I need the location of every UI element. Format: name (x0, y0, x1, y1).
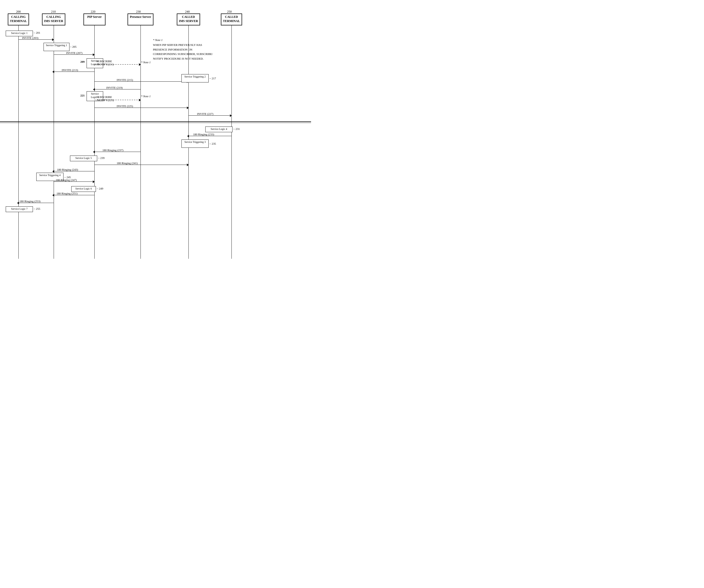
ref-235: ~ 235 (210, 142, 216, 145)
label-237: 180 Ringing (237) (102, 149, 123, 152)
ref-209: 209 (80, 60, 85, 63)
ref-210: 210 (51, 10, 56, 14)
sequence-diagram: 200 210 220 230 240 250 CALLINGTERMINAL … (0, 0, 311, 272)
ref-217: ~ 217 (210, 77, 216, 80)
entity-called-ims-server: CALLEDIMS SERVER (177, 13, 200, 25)
ref-250: 250 (227, 10, 232, 14)
label-247: 180 Ringing (247) (56, 178, 77, 181)
arrow-225 (94, 108, 188, 108)
label-225: INVITE (225) (117, 105, 133, 108)
ref-200: 200 (16, 10, 21, 14)
arrowhead-203 (52, 38, 54, 41)
service-logic-6-box: Service Logic 6 (71, 186, 96, 192)
arrowhead-213 (52, 70, 54, 73)
divider-line (0, 121, 311, 122)
ref-249: ~ 249 (97, 187, 103, 190)
entity-calling-terminal: CALLINGTERMINAL (8, 13, 29, 25)
arrowhead-211 (139, 63, 141, 66)
service-triggering-1-box: Service Triggering 1 (44, 43, 69, 51)
ref-230: 230 (136, 10, 141, 14)
service-logic-5-box: Service Logic 5 (70, 156, 97, 161)
arrow-207 (54, 54, 94, 55)
label-203: INVITE (203) (22, 36, 38, 40)
arrow-227 (188, 115, 231, 116)
arrowhead-237 (93, 151, 95, 153)
entity-calling-ims-server: CALLINGIMS SERVER (42, 13, 65, 25)
label-215: INVITE (215) (117, 78, 133, 81)
label-253: 180 Ringing (253) (19, 199, 41, 203)
label-243: 180 Ringing (243) (57, 168, 78, 171)
arrowhead-251 (52, 194, 54, 196)
entity-pip-server: PIP Server (83, 13, 106, 25)
ref-220: 220 (91, 10, 96, 14)
label-211: SUBSCRIBE/NOTIFY(211) (97, 60, 114, 66)
arrow-213 (54, 71, 94, 72)
ref-231: ~ 231 (233, 127, 240, 130)
arrowhead-247 (93, 180, 95, 183)
arrow-243 (54, 171, 94, 171)
label-223: SUBSCRIBE/NOTIFY(223) (97, 96, 114, 102)
lifeline-200 (18, 25, 19, 259)
label-241: 180 Ringing (241) (117, 162, 138, 165)
label-233: 180 Ringing (233) (193, 133, 214, 136)
arrowhead-225 (187, 107, 189, 109)
arrow-253 (18, 203, 54, 203)
label-213: INVITE (213) (62, 68, 78, 71)
label-207: INVITE (207) (66, 51, 82, 54)
arrow-247 (54, 181, 94, 182)
service-logic-7-box: Service Logic 7 (6, 207, 33, 212)
ref-205: ~ 205 (70, 45, 76, 48)
label-251: 180 Ringing (251) (57, 192, 77, 195)
service-logic-4-box: Service Logic 4 (205, 126, 233, 132)
arrowhead-233 (187, 135, 189, 137)
arrowhead-227 (230, 114, 232, 117)
note-text: WHEN PIP SERVER PREVIOUSLY HAS PRESENCE … (153, 43, 213, 61)
lifeline-250 (231, 25, 232, 259)
arrow-219 (94, 89, 140, 90)
arrow-233 (188, 136, 231, 136)
lifeline-210 (54, 25, 54, 259)
note1-ref-211: * Note 1 (141, 61, 151, 64)
arrow-237 (94, 152, 140, 152)
label-227: INVITE (227) (197, 112, 213, 115)
entity-presence-server: Presence Server (127, 13, 154, 25)
arrow-241 (94, 165, 188, 165)
ref-201: ~ 201 (34, 31, 40, 34)
service-triggering-3-box: Service Triggering 3 (181, 139, 209, 148)
arrow-215 (94, 81, 188, 82)
note1-ref-223: * Note 1 (141, 95, 151, 98)
arrowhead-223 (139, 99, 141, 101)
label-219: INVITE (219) (106, 86, 123, 89)
note-star: * Note 1 (153, 38, 163, 42)
ref-255: ~ 255 (34, 207, 40, 210)
arrowhead-241 (187, 164, 189, 166)
arrowhead-219 (93, 88, 95, 91)
entity-called-terminal: CALLEDTERMINAL (221, 13, 242, 25)
ref-221: 221 (80, 94, 85, 97)
arrowhead-253 (17, 202, 19, 204)
ref-240: 240 (185, 10, 190, 14)
ref-239: ~ 239 (98, 156, 105, 160)
service-logic-1-box: Service Logic 1 (6, 31, 33, 36)
arrowhead-207 (93, 53, 95, 56)
arrowhead-243 (52, 170, 54, 173)
service-triggering-2-box: Service Triggering 2 (181, 74, 209, 82)
divider-line-2 (0, 123, 311, 123)
lifeline-230 (140, 25, 141, 259)
